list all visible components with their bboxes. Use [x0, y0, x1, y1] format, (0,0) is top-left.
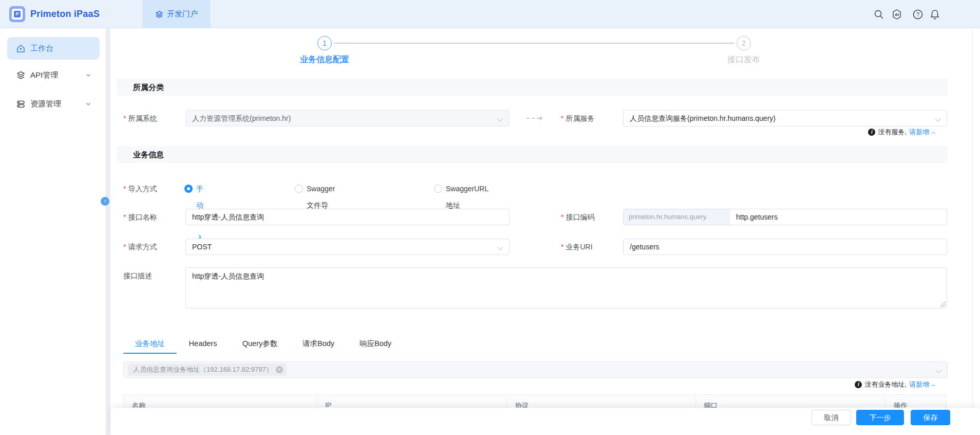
sidebar: 工作台 API管理 资源管理 — [0, 28, 106, 435]
business-uri-input[interactable]: /getusers — [623, 239, 947, 255]
sidebar-item-api-management[interactable]: API管理 — [7, 64, 100, 86]
chevron-down-icon — [497, 244, 503, 250]
table-header-actions: 操作 — [885, 395, 946, 408]
address-tag: 人员信息查询业务地址（192.168.17.82:9797） × — [128, 364, 287, 376]
primeton-logo-icon: P — [9, 6, 25, 22]
no-service-note: i 没有服务,请新增→ — [868, 128, 936, 137]
tag-close-icon[interactable]: × — [276, 366, 283, 373]
service-select-value: 人员信息查询服务(primeton.hr.humans.query) — [630, 114, 776, 122]
request-method-select[interactable]: POST — [185, 239, 510, 255]
svg-text:AI: AI — [895, 12, 899, 17]
radio-swagger-file[interactable] — [295, 185, 303, 193]
tab-business-address[interactable]: 业务地址 — [135, 338, 165, 349]
api-description-textarea[interactable]: http穿透-人员信息查询 — [185, 267, 947, 309]
step-2-label: 接口发布 — [687, 55, 800, 65]
no-address-note: i 没有业务地址,请新增→ — [855, 380, 936, 389]
system-select[interactable]: 人力资源管理系统(primeton.hr) — [185, 110, 510, 126]
api-code-prefix: primeton.hr.humans.query. — [624, 209, 730, 225]
next-step-button[interactable]: 下一步 — [856, 410, 904, 425]
stepper-connector — [334, 43, 734, 44]
save-button[interactable]: 保存 — [911, 410, 950, 425]
api-code-group: primeton.hr.humans.query. http.getusers — [623, 209, 947, 225]
address-table: 名称 IP 协议 端口 操作 — [123, 394, 947, 408]
radio-swagger-url-label[interactable]: SwaggerURL地址 — [446, 180, 488, 197]
notification-bell-icon[interactable] — [929, 9, 940, 20]
api-code-input[interactable]: http.getusers — [730, 209, 947, 225]
tab-request-body[interactable]: 请求Body — [303, 338, 334, 349]
section-title-business: 业务信息 — [117, 146, 948, 163]
ai-assistant-icon[interactable]: AI — [891, 9, 902, 20]
step-1-circle: 1 — [317, 36, 332, 50]
tab-dev-portal-label: 开发门户 — [167, 9, 198, 19]
radio-swagger-file-label[interactable]: Swagger文件导入 — [307, 180, 335, 197]
table-header-protocol: 协议 — [507, 395, 696, 408]
api-layers-icon — [16, 70, 26, 80]
main-content: 1 2 业务信息配置 接口发布 所属分类 *所属系统 人力资源管理系统(prim… — [110, 28, 980, 435]
info-icon: i — [868, 129, 875, 136]
chevron-down-icon[interactable] — [85, 101, 91, 107]
table-header-ip: IP — [317, 395, 507, 408]
tab-headers[interactable]: Headers — [189, 338, 217, 349]
scrollbar-track[interactable] — [972, 28, 973, 408]
brand-title: Primeton iPaaS — [30, 0, 100, 28]
system-select-value: 人力资源管理系统(primeton.hr) — [192, 114, 291, 122]
api-code-label: *接口编码 — [561, 209, 594, 225]
mapping-arrow-icon — [526, 118, 540, 119]
request-method-label: *请求方式 — [123, 239, 157, 255]
import-method-label: *导入方式 — [123, 180, 157, 197]
step-2-circle: 2 — [737, 36, 751, 50]
sidebar-collapse-handle[interactable]: ‹ — [101, 197, 109, 206]
sidebar-item-label: API管理 — [30, 70, 85, 80]
step-1-label: 业务信息配置 — [268, 55, 381, 65]
api-description-label: 接口描述 — [123, 267, 152, 284]
active-tab-underline — [123, 353, 177, 354]
request-method-value: POST — [192, 243, 212, 251]
business-uri-label: *业务URI — [561, 239, 593, 255]
service-field-label: *所属服务 — [561, 110, 594, 126]
footer-action-bar: 取消 下一步 保存 — [110, 408, 980, 435]
svg-text:?: ? — [916, 11, 919, 17]
layers-icon — [155, 10, 163, 19]
radio-manual-entry-label[interactable]: 手动录入 — [196, 180, 203, 197]
tab-response-body[interactable]: 响应Body — [360, 338, 391, 349]
service-select[interactable]: 人员信息查询服务(primeton.hr.humans.query) — [623, 110, 947, 126]
chevron-down-icon — [497, 116, 503, 121]
tab-query-params[interactable]: Query参数 — [242, 338, 278, 349]
business-address-select[interactable]: 人员信息查询业务地址（192.168.17.82:9797） × — [123, 361, 948, 378]
section-title-category: 所属分类 — [117, 79, 948, 96]
resize-handle-icon[interactable] — [940, 301, 946, 307]
radio-swagger-url[interactable] — [434, 185, 442, 193]
home-icon — [16, 44, 26, 53]
system-field-label: *所属系统 — [123, 110, 157, 126]
info-icon: i — [855, 381, 862, 388]
api-name-label: *接口名称 — [123, 209, 157, 225]
add-address-link[interactable]: 请新增→ — [909, 380, 936, 389]
tab-dev-portal[interactable]: 开发门户 — [142, 0, 211, 28]
table-header-name: 名称 — [124, 395, 317, 408]
chevron-down-icon[interactable] — [85, 72, 91, 78]
sidebar-item-workbench[interactable]: 工作台 — [7, 37, 100, 60]
sidebar-item-label: 资源管理 — [30, 99, 85, 109]
sidebar-item-label: 工作台 — [30, 44, 100, 53]
help-icon[interactable]: ? — [912, 9, 924, 20]
add-service-link[interactable]: 请新增→ — [909, 128, 936, 137]
chevron-down-icon — [935, 367, 941, 373]
sidebar-item-resource-management[interactable]: 资源管理 — [7, 93, 100, 115]
cancel-button[interactable]: 取消 — [812, 410, 851, 425]
topbar: P Primeton iPaaS 开发门户 AI ? — [0, 0, 980, 28]
chevron-down-icon — [935, 116, 940, 121]
server-stack-icon — [16, 99, 26, 109]
api-name-input[interactable]: http穿透-人员信息查询 — [185, 209, 510, 225]
table-header-port: 端口 — [696, 395, 885, 408]
search-icon[interactable] — [873, 9, 884, 20]
radio-manual-entry[interactable] — [184, 185, 193, 193]
